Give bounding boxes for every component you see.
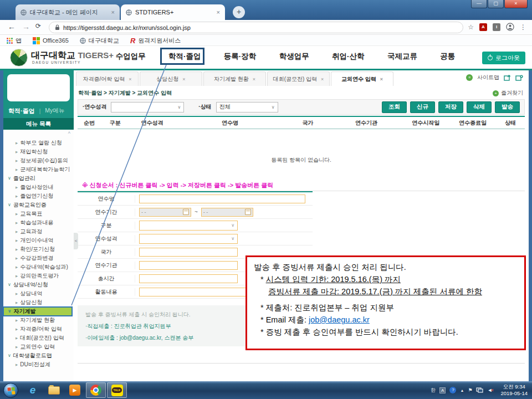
maximize-button[interactable]: ▢ (488, 0, 504, 8)
sidebar-item[interactable]: ▶자기계발 현황 (3, 316, 74, 325)
tab-close-icon[interactable]: × (182, 76, 185, 82)
ime-korean-icon[interactable]: 한 (431, 387, 436, 394)
tab-close-icon[interactable]: × (380, 76, 383, 82)
sidebar-item[interactable]: ▶자격증/어학 입력 (3, 325, 74, 334)
sidebar-item[interactable]: ▶개인이수내역 (3, 236, 74, 245)
sidebar-item[interactable]: ▶재입학신청 (3, 147, 74, 156)
search-button[interactable]: 조회 (382, 101, 407, 113)
filter-status-select[interactable]: 전체∨ (216, 102, 278, 112)
start-date-input[interactable]: - - (139, 208, 191, 217)
browser-menu-icon[interactable]: ⋮ (520, 23, 526, 31)
taskbar-media-player-icon[interactable]: ▶ (65, 382, 85, 398)
total-hours-input[interactable] (139, 274, 238, 283)
taskbar-kakaotalk-icon[interactable]: TALK (107, 382, 127, 398)
nav-item-international[interactable]: 국제교류 (387, 52, 417, 62)
sidebar-item[interactable]: ▶수강강좌변경 (3, 254, 74, 263)
filter-training-type-select[interactable]: ∨ (111, 102, 184, 112)
content-tab-off-campus-training[interactable]: 교외연수 입력× (331, 71, 393, 86)
sidebar-group[interactable]: ∨대학생활로드맵 (3, 351, 74, 360)
tab-close-icon[interactable]: × (217, 9, 220, 16)
sidebar-item[interactable]: ▶수강내역(학습성과) (3, 263, 74, 272)
logout-button[interactable]: 로그아웃 (482, 52, 525, 64)
sidebar-tab-records[interactable]: 학적·졸업 (8, 107, 35, 115)
content-tab-self-dev-status[interactable]: 자기계발 현황× (203, 71, 266, 86)
pdf-extension-icon[interactable]: A (479, 23, 487, 31)
extension-icon[interactable]: I (493, 23, 500, 31)
content-tab-contest[interactable]: 대회(공모전) 입력× (267, 71, 330, 86)
profile-avatar-icon[interactable] (506, 23, 514, 31)
close-window-icon[interactable] (515, 75, 523, 81)
address-bar[interactable]: https://tigersstd.daegu.ac.kr/nxrun/ssoL… (49, 22, 463, 33)
menu-collapse-caret-icon[interactable]: ^ (68, 131, 70, 136)
sidebar-item[interactable]: ▶대회(공모전) 입력 (3, 334, 74, 342)
sidebar-item[interactable]: ▶상담내역 (3, 289, 74, 298)
bookmark-star-icon[interactable]: ☆ (468, 23, 474, 31)
new-button[interactable]: 신규 (410, 101, 435, 113)
tab-close-icon[interactable]: × (129, 76, 131, 82)
content-tab-certificates[interactable]: 자격증/어학 입력× (76, 71, 139, 86)
training-name-input[interactable] (139, 195, 305, 203)
action-center-flag-icon[interactable]: ⚑ (468, 387, 472, 393)
nav-item-classes[interactable]: 수업업무 (116, 52, 146, 62)
tab-close-icon[interactable]: × (253, 76, 255, 82)
sidebar-item[interactable]: ▶정보제공(수집)동의 (3, 156, 74, 165)
bookmark-daegu-univ[interactable]: 대구대학교 (80, 37, 119, 45)
browser-tab-daegu-main[interactable]: 대구대학교 - 메인 페이지 × (16, 4, 120, 20)
nav-item-student-affairs[interactable]: 학생업무 (279, 52, 309, 62)
content-tab-counseling[interactable]: 상담신청× (140, 71, 202, 86)
minimize-button[interactable]: — (471, 0, 487, 8)
taskbar-chrome-icon[interactable] (86, 382, 106, 398)
close-button[interactable]: × (504, 0, 528, 8)
taskbar-ie-icon[interactable]: e (23, 382, 43, 398)
sidebar-tab-mymenu[interactable]: My메뉴 (45, 107, 64, 115)
nav-item-common[interactable]: 공통 (440, 52, 455, 62)
bookmark-office365[interactable]: Office365 (33, 37, 69, 44)
back-button[interactable]: ← (8, 22, 16, 31)
sidebar-collapse-handle[interactable]: < (74, 233, 78, 249)
sidebar-item[interactable]: ▶교육과정 (3, 227, 74, 236)
save-button[interactable]: 저장 (438, 101, 463, 113)
institution-input[interactable] (139, 261, 238, 270)
calendar-icon[interactable] (245, 209, 251, 215)
tray-expand-icon[interactable]: ▲ (460, 388, 464, 392)
nav-item-registration-scholarship[interactable]: 등록·장학 (224, 52, 257, 62)
bookmark-remote-support[interactable]: R 원격지원서비스 (130, 37, 181, 45)
sidebar-group[interactable]: ∨상담내역/신청 (3, 280, 74, 289)
sidebar-item[interactable]: ▶졸업사정안내 (3, 183, 74, 192)
sidebar-item[interactable]: ▶학부모 열람 신청 (3, 139, 74, 147)
browser-tab-stdtigers[interactable]: STDTIGERS+ × (121, 4, 225, 20)
bookmark-apps[interactable]: 앱 (7, 37, 22, 45)
help-tray-icon[interactable]: ? (449, 387, 456, 393)
delete-button[interactable]: 삭제 (467, 101, 492, 113)
sitemap-link[interactable]: 사이트맵 (477, 74, 499, 81)
sidebar-item[interactable]: ▶확인/포기신청 (3, 245, 74, 254)
network-display-icon[interactable] (476, 387, 483, 393)
reload-button[interactable]: ⟳ (35, 22, 41, 30)
add-favorite-link[interactable]: + 즐겨찾기 (493, 89, 523, 97)
nav-item-employment[interactable]: 취업·산학 (332, 52, 365, 62)
sidebar-item[interactable]: ▶졸업연기신청 (3, 192, 74, 201)
sidebar-group[interactable]: ∨졸업관리 (3, 174, 74, 183)
training-nature-select[interactable]: ∨ (139, 234, 238, 244)
taskbar-explorer-icon[interactable] (44, 382, 64, 398)
type-select[interactable]: ∨ (139, 221, 238, 231)
volume-muted-icon[interactable]: ◄x (487, 387, 494, 393)
sidebar-item[interactable]: ▶학습성과내용 (3, 218, 74, 227)
popup-window-icon[interactable] (504, 75, 511, 81)
tab-close-icon[interactable]: × (321, 76, 324, 82)
tab-close-icon[interactable]: × (111, 9, 115, 16)
sidebar-item-self-development[interactable]: ∨자기계발 (3, 307, 72, 316)
forward-button[interactable]: → (22, 22, 30, 31)
ime-mode-icon[interactable]: A (439, 387, 446, 393)
country-input[interactable] (139, 248, 238, 257)
sidebar-item[interactable]: ▶군제대복학가능학기 (3, 165, 74, 174)
sidebar-item[interactable]: ▶상담신청 (3, 298, 74, 307)
university-logo[interactable]: 대구대학교 TIGERS+ (31, 50, 114, 62)
taskbar-clock[interactable]: 오전 9:34 2019-05-14 (498, 383, 528, 397)
send-button[interactable]: 발송 (495, 101, 520, 113)
new-tab-button[interactable]: + (233, 6, 245, 18)
sidebar-item[interactable]: ▶교육목표 (3, 209, 74, 218)
email-link[interactable]: job@daegu.ac.kr (309, 315, 370, 324)
start-button[interactable] (3, 383, 18, 398)
sidebar-item-off-campus-training[interactable]: ▶교외연수 입력 (3, 342, 74, 351)
